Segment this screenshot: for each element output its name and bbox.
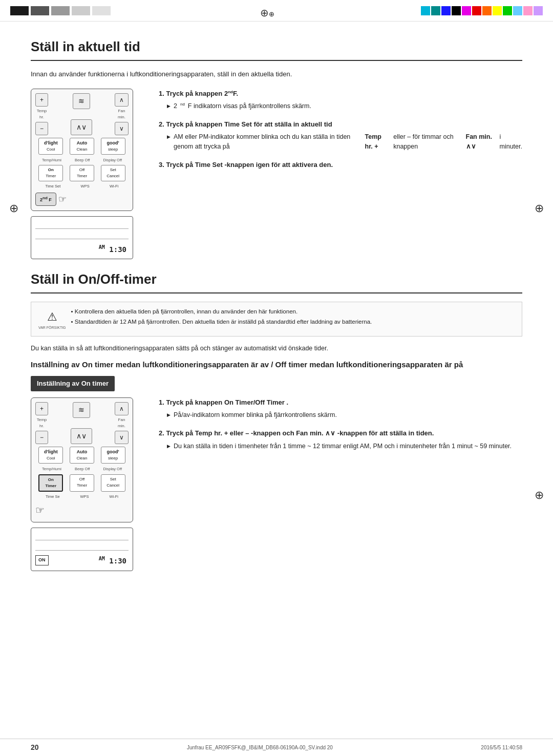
cb-red	[472, 6, 481, 15]
remote2-top-row: + Temphr. − ≋ ∧∨ ∧ Fanmin. ∨	[35, 402, 129, 444]
temp-humi-label: Temp/Humi	[42, 157, 61, 163]
step-1-num: 1.	[159, 90, 164, 97]
good-btn[interactable]: good'sleep	[101, 138, 125, 155]
temp-label-2: Temphr.	[37, 417, 47, 429]
on-timer-btn[interactable]: OnTimer	[38, 165, 63, 181]
off-timer-btn-2[interactable]: OffTimer	[70, 474, 94, 492]
display-am-label-2: AM	[99, 556, 105, 561]
step-2-point-1: AM eller PM-indikator kommer blinka och …	[167, 132, 522, 152]
display-screen-2: ON AM 1:30	[31, 528, 133, 571]
swing-icon-2[interactable]: ∧∨	[71, 428, 92, 444]
wps-label: WPS	[81, 183, 90, 189]
print-block-medium	[51, 6, 70, 15]
cb-pink	[523, 6, 533, 15]
time-set-label-2: Time Se	[46, 494, 60, 499]
display2-line-1	[35, 534, 129, 540]
fan-down-btn[interactable]: ∨	[115, 122, 129, 135]
dlight-btn-2[interactable]: d'lightCool	[38, 447, 63, 464]
step-3-num: 3.	[159, 161, 164, 169]
warning-point-1: • Kontrollera den aktuella tiden på fjär…	[71, 307, 372, 316]
fan-col-2: ∧ Fanmin. ∨	[115, 402, 129, 444]
mode-col-2: ≋ ∧∨	[71, 402, 92, 444]
2ndf-btn[interactable]: 2nd F	[35, 193, 56, 206]
cb-teal	[431, 6, 440, 15]
cb-magenta	[462, 6, 471, 15]
temp-col: + Temphr. −	[35, 93, 48, 135]
fan-label: Fanmin.	[118, 108, 125, 120]
remote2-2ndf: ☞	[35, 502, 129, 518]
swing-icon[interactable]: ∧∨	[71, 119, 92, 135]
remote2-timeset-row: Time Se WPS Wi-Fi	[35, 494, 129, 499]
temp-up-btn-2[interactable]: +	[35, 402, 48, 415]
wps-label-2: WPS	[80, 494, 89, 499]
left-color-marks	[10, 6, 111, 15]
beep-off-label: Beep Off	[75, 157, 90, 163]
display2-bottom-row: ON AM 1:30	[35, 555, 129, 566]
temp-down-btn[interactable]: −	[35, 122, 48, 135]
page-number: 20	[31, 742, 39, 753]
auto-btn[interactable]: AutoClean	[70, 138, 94, 155]
right-color-marks	[421, 6, 543, 15]
section2-step-1: 1. Tryck på knappen On Timer/Off Timer .…	[159, 397, 522, 420]
remote-top-row: + Temphr. − ≋ ∧∨ ∧ Fanmin. ∨	[35, 93, 129, 135]
subheader-box: Inställning av On timer	[31, 376, 115, 391]
left-crosshair-icon: ⊕	[9, 200, 18, 217]
temp-label: Temphr.	[37, 108, 47, 120]
remote-control-illustration: + Temphr. − ≋ ∧∨ ∧ Fanmin. ∨	[31, 89, 133, 211]
fan-up-btn[interactable]: ∧	[115, 93, 129, 107]
display-line-1	[35, 223, 129, 229]
section2-step-1-point: På/av-indikatorn kommer blinka på fjärrk…	[167, 410, 522, 420]
remote-control-illustration-2: + Temphr. − ≋ ∧∨ ∧ Fanmin. ∨	[31, 397, 133, 522]
mode-icon[interactable]: ≋	[73, 93, 90, 109]
on-indicator: ON	[35, 555, 49, 565]
warning-icon-wrap: ⚠ VAR FÖRSIKTIG	[38, 307, 66, 331]
remote-timer-row: OnTimer OffTimer SetCancel	[35, 165, 129, 181]
time-set-label: Time Set	[46, 183, 61, 189]
section2-step-2-point: Du kan ställa in tiden i timenheter från…	[167, 442, 522, 451]
cb-yellow	[493, 6, 502, 15]
warning-label: VAR FÖRSIKTIG	[38, 325, 66, 331]
cb-lavender	[534, 6, 543, 15]
temp-up-btn[interactable]: +	[35, 93, 48, 107]
page-content: ⊕ ⊕ ⊕ Ställ in aktuell tid Innan du anvä…	[0, 22, 553, 592]
step-1-point-1: 2ndF indikatorn visas på fjärrkontrollen…	[167, 101, 522, 111]
fan-up-btn-2[interactable]: ∧	[115, 402, 129, 415]
on-timer-btn-2[interactable]: OnTimer	[38, 474, 63, 492]
dlight-btn[interactable]: d'lightCool	[38, 138, 63, 155]
section1-content: + Temphr. − ≋ ∧∨ ∧ Fanmin. ∨	[31, 89, 522, 260]
cb-orange	[482, 6, 492, 15]
cb-green	[503, 6, 512, 15]
section1-intro: Innan du använder funktionerna i luftkon…	[31, 69, 522, 79]
footer-file-info: Junfrau EE_AR09FSFK@_IB&IM_DB68-06190A-0…	[187, 744, 333, 751]
remote2-sublabels: Temp/Humi Beep Off Display Off	[35, 466, 129, 472]
section1-left: + Temphr. − ≋ ∧∨ ∧ Fanmin. ∨	[31, 89, 143, 260]
wifi-label-2: Wi-Fi	[110, 494, 119, 499]
mode-icon-2[interactable]: ≋	[73, 402, 90, 418]
temp-down-btn-2[interactable]: −	[35, 431, 48, 444]
auto-btn-2[interactable]: AutoClean	[70, 447, 94, 464]
step-1-content: 2ndF indikatorn visas på fjärrkontrollen…	[159, 101, 522, 111]
set-cancel-btn-2[interactable]: SetCancel	[101, 474, 125, 492]
warning-point-2: • Standardtiden är 12 AM på fjärrontroll…	[71, 318, 372, 326]
warning-box: ⚠ VAR FÖRSIKTIG • Kontrollera den aktuel…	[31, 302, 522, 337]
section1-right: 1. Tryck på knappen 2ndF. 2ndF indikator…	[159, 89, 522, 260]
temp-humi-label-2: Temp/Humi	[42, 466, 61, 472]
hand-icon-2: ☞	[35, 502, 45, 518]
off-timer-btn[interactable]: OffTimer	[70, 165, 94, 181]
section2-step-1-title: 1. Tryck på knappen On Timer/Off Timer .	[159, 397, 522, 408]
print-block-light	[72, 6, 90, 15]
good-btn-2[interactable]: good'sleep	[101, 447, 125, 464]
mode-col: ≋ ∧∨	[71, 93, 92, 135]
step-2-content: AM eller PM-indikator kommer blinka och …	[159, 132, 522, 152]
step-2: 2. Tryck på knappen Time Set för att stä…	[159, 119, 522, 152]
print-marks-bar: ⊕	[0, 0, 553, 22]
print-block-black	[10, 6, 29, 15]
remote2-timer-row: OnTimer OffTimer SetCancel	[35, 474, 129, 492]
section2: Ställ in On/Off-timer ⚠ VAR FÖRSIKTIG • …	[31, 269, 522, 571]
2ndf-row: 2nd F ☞	[35, 193, 129, 206]
section1-title: Ställ in aktuell tid	[31, 37, 522, 61]
page-footer: 20 Junfrau EE_AR09FSFK@_IB&IM_DB68-06190…	[0, 739, 553, 756]
fan-down-btn-2[interactable]: ∨	[115, 431, 129, 444]
set-cancel-btn[interactable]: SetCancel	[101, 165, 125, 181]
section2-desc: Du kan ställa in så att luftkonditioneri…	[31, 344, 522, 353]
